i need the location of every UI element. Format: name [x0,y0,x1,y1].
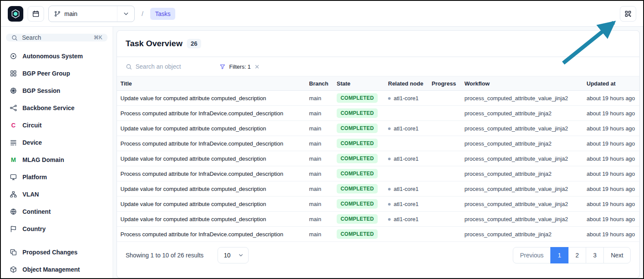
state-badge: COMPLETED [337,93,378,103]
state-badge: COMPLETED [337,199,378,209]
cell-title: Process computed attribute for InfraDevi… [117,166,306,181]
sidebar-item-object-management[interactable]: Object Management [6,261,107,278]
cell-state: COMPLETED [333,227,385,242]
state-badge: COMPLETED [337,169,378,178]
page-size-select[interactable]: 10 [218,247,249,263]
table-row[interactable]: Process computed attribute for InfraDevi… [117,106,639,121]
cell-progress [428,91,461,106]
cell-updated-at: about 19 hours ago [583,181,639,197]
cell-branch: main [306,212,333,227]
sidebar-item-continent[interactable]: Continent [6,203,107,220]
object-search-input[interactable] [136,63,209,70]
cell-state: COMPLETED [333,91,385,106]
sidebar-item-bgp-session[interactable]: BGP Session [6,82,107,99]
cell-updated-at: about 19 hours ago [583,227,639,242]
cell-title: Process computed attribute for InfraDevi… [117,106,306,121]
clear-filters-button[interactable] [254,64,260,70]
cell-related-node: atl1-core1 [385,181,428,197]
cell-workflow: process_computed_attribute_value_jinja2 [461,197,583,212]
sidebar-item-proposed-changes[interactable]: Proposed Changes [6,244,107,261]
calendar-icon [32,10,40,18]
cell-branch: main [306,136,333,151]
table-row[interactable]: Update value for computed attribute comp… [117,197,639,212]
cell-title: Process computed attribute for InfraDevi… [117,136,306,151]
wheel-icon [9,87,17,95]
cell-workflow: process_computed_attribute_value_jinja2 [461,91,583,106]
page-size-value: 10 [224,252,231,259]
object-search [126,63,209,70]
related-node-name: atl1-core1 [394,155,419,162]
state-badge: COMPLETED [337,108,378,118]
table-row[interactable]: Update value for computed attribute comp… [117,212,639,227]
sidebar-item-label: Device [22,139,42,146]
breadcrumb-tasks[interactable]: Tasks [150,8,175,20]
table-row[interactable]: Update value for computed attribute comp… [117,121,639,136]
cell-updated-at: about 19 hours ago [583,197,639,212]
task-overview-card: Task Overview 26 Filters: 1 [117,30,640,278]
sidebar-item-label: Autonomous System [22,53,83,60]
table-row[interactable]: Update value for computed attribute comp… [117,151,639,166]
cell-related-node: atl1-core1 [385,151,428,166]
sidebar-item-label: Backbone Service [22,105,75,111]
column-header-updated-at: Updated at [583,76,639,91]
infrahub-logo[interactable] [8,6,23,22]
sidebar-item-label: Country [22,225,46,232]
search-icon [126,63,132,70]
card-footer: Showing 1 to 10 of 26 results 10 Previou… [117,242,639,269]
search-icon [11,35,18,41]
calendar-button[interactable] [28,6,44,22]
git-branch-icon [54,10,61,17]
previous-page-button[interactable]: Previous [513,247,551,263]
cell-branch: main [306,181,333,197]
sidebar-item-country[interactable]: Country [6,220,107,238]
cell-progress [428,197,461,212]
related-node-name: atl1-core1 [394,95,419,101]
cell-updated-at: about 19 hours ago [583,91,639,106]
cell-related-node: atl1-core1 [385,212,428,227]
sidebar-item-label: Continent [22,208,51,215]
sidebar-item-autonomous-system[interactable]: Autonomous System [6,48,107,65]
sidebar-item-mlag-domain[interactable]: M MLAG Domain [6,151,107,168]
filters-label: Filters: 1 [229,63,251,70]
table-row[interactable]: Update value for computed attribute comp… [117,91,639,106]
flag-icon [9,225,17,233]
node-status-dot [388,188,391,190]
sidebar-item-bgp-peer-group[interactable]: BGP Peer Group [6,65,107,82]
sidebar-item-device[interactable]: Device [6,134,107,151]
related-node-name: atl1-core1 [394,216,419,222]
state-badge: COMPLETED [337,139,378,148]
cell-workflow: process_computed_attribute_value_jinja2 [461,151,583,166]
column-header-branch: Branch [306,76,333,91]
hexagon-logo-icon [10,9,21,19]
page-button-3[interactable]: 3 [586,247,604,263]
node-status-dot [388,158,391,160]
related-node-name: atl1-core1 [394,186,419,192]
table-row[interactable]: Process computed attribute for InfraDevi… [117,166,639,181]
table-row[interactable]: Update value for computed attribute comp… [117,181,639,197]
column-header-related-node: Related node [385,76,428,91]
sidebar-search[interactable]: Search ⌘K [6,34,107,41]
cell-related-node [385,166,428,181]
table-row[interactable]: Process computed attribute for InfraDevi… [117,227,639,242]
grid-squares-icon [9,70,17,77]
sidebar-item-label: Object Management [22,266,80,273]
cell-title: Update value for computed attribute comp… [117,121,306,136]
table-row[interactable]: Process computed attribute for InfraDevi… [117,136,639,151]
server-icon [9,139,17,146]
page-title: Task Overview [126,39,183,48]
sidebar-item-backbone-service[interactable]: Backbone Service [6,99,107,117]
branch-selector[interactable]: main [48,6,135,22]
page-button-1[interactable]: 1 [550,247,568,263]
branch-dropdown-toggle[interactable] [117,6,134,22]
next-page-button[interactable]: Next [603,247,631,263]
sidebar-item-platform[interactable]: Platform [6,168,107,186]
cell-updated-at: about 19 hours ago [583,121,639,136]
cell-updated-at: about 19 hours ago [583,136,639,151]
qr-code-button[interactable] [620,6,636,22]
sidebar-item-vlan[interactable]: VLAN [6,186,107,203]
cell-title: Update value for computed attribute comp… [117,212,306,227]
sidebar-item-circuit[interactable]: C Circuit [6,117,107,134]
page-button-2[interactable]: 2 [568,247,586,263]
filters-chip[interactable]: Filters: 1 [219,63,260,70]
target-icon [9,52,17,60]
